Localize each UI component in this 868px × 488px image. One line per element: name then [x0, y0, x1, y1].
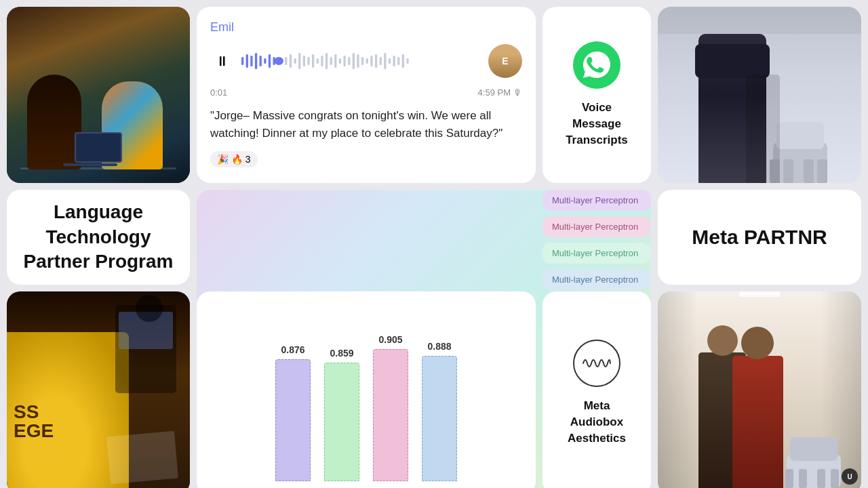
svg-rect-32 — [389, 58, 391, 64]
elapsed-time: 0:01 — [210, 87, 227, 98]
svg-rect-21 — [339, 58, 341, 64]
svg-rect-33 — [393, 56, 395, 66]
voice-message-card: Emil ⏸ — [197, 7, 536, 183]
svg-rect-31 — [384, 53, 386, 69]
photo-card-1 — [7, 7, 190, 183]
svg-rect-23 — [348, 57, 350, 65]
svg-rect-12 — [298, 53, 300, 69]
whatsapp-icon — [573, 41, 620, 89]
svg-rect-26 — [361, 57, 363, 65]
svg-rect-27 — [366, 58, 368, 64]
whatsapp-label: Voice Message Transcripts — [556, 100, 637, 148]
bar-value-3: 0.888 — [427, 341, 451, 352]
svg-rect-4 — [260, 56, 262, 66]
bar-value-1: 0.859 — [330, 348, 353, 359]
bar-1 — [324, 363, 359, 481]
svg-rect-14 — [307, 57, 309, 65]
svg-rect-0 — [241, 57, 243, 65]
mlp-chip-0: Multi-layer Perceptron — [542, 190, 651, 211]
svg-rect-17 — [321, 56, 323, 66]
partnr-card: Meta PARTNR — [658, 190, 861, 285]
partnr-title: Meta PARTNR — [692, 226, 827, 249]
svg-rect-19 — [330, 57, 332, 65]
svg-rect-3 — [255, 53, 257, 69]
voice-transcript: "Jorge– Massive congrats on tonight's wi… — [210, 107, 522, 142]
whatsapp-card: Voice Message Transcripts — [542, 7, 651, 183]
bar-3 — [422, 356, 457, 481]
svg-rect-1 — [246, 54, 248, 68]
svg-rect-28 — [370, 56, 372, 66]
audiobox-label: Meta Audiobox Aesthetics — [556, 398, 637, 446]
photo-card-3: SS EGE — [7, 291, 190, 488]
svg-rect-25 — [357, 54, 359, 68]
svg-rect-34 — [397, 57, 399, 65]
svg-rect-10 — [290, 54, 292, 68]
svg-rect-16 — [317, 58, 319, 64]
svg-rect-35 — [402, 54, 404, 68]
svg-rect-36 — [406, 58, 408, 64]
audiobox-card: Meta Audiobox Aesthetics — [542, 291, 651, 488]
pause-button[interactable]: ⏸ — [210, 49, 235, 73]
svg-rect-13 — [303, 56, 305, 66]
svg-rect-22 — [343, 56, 345, 66]
bar-group-3: 0.888 — [422, 341, 457, 481]
svg-rect-20 — [334, 54, 336, 68]
photo-card-4: U — [658, 291, 861, 488]
lang-tech-title: Language Technology Partner Program — [20, 200, 176, 274]
waveform — [241, 49, 481, 73]
bar-value-0: 0.876 — [281, 344, 304, 355]
bar-chart-card: 0.876 0.859 0.905 0.888 — [197, 291, 536, 488]
voice-sender: Emil — [210, 20, 234, 35]
svg-point-8 — [275, 57, 283, 65]
bar-group-2: 0.905 — [373, 334, 408, 481]
svg-rect-11 — [294, 58, 296, 64]
photo-card-2 — [658, 7, 861, 183]
mlp-chip-1: Multi-layer Perceptron — [542, 216, 651, 237]
svg-rect-15 — [312, 54, 314, 68]
mic-icon: 🎙 — [513, 87, 522, 98]
bar-0 — [275, 359, 311, 481]
lang-tech-card: Language Technology Partner Program — [7, 190, 190, 285]
svg-rect-29 — [375, 54, 377, 68]
mlp-chips-container: Multi-layer Perceptron Multi-layer Perce… — [542, 190, 651, 285]
svg-rect-6 — [269, 54, 271, 68]
reaction-badge: 🎉 🔥 3 — [210, 151, 258, 167]
voice-reactions: 🎉 🔥 3 — [210, 151, 522, 167]
svg-rect-18 — [326, 53, 328, 69]
svg-rect-30 — [380, 57, 382, 65]
mlp-chip-3: Multi-layer Perceptron — [542, 269, 651, 290]
mlp-chip-2: Multi-layer Perceptron — [542, 243, 651, 264]
svg-rect-5 — [264, 58, 266, 64]
bar-value-2: 0.905 — [378, 334, 402, 345]
svg-rect-2 — [250, 56, 252, 66]
message-time: 4:59 PM 🎙 — [478, 87, 522, 98]
svg-rect-9 — [285, 57, 287, 65]
sender-avatar: E — [488, 44, 522, 78]
bar-2 — [373, 349, 408, 481]
waveform-row: ⏸ — [210, 44, 522, 78]
time-row: 0:01 4:59 PM 🎙 — [210, 87, 522, 98]
audiobox-icon — [573, 340, 620, 387]
svg-rect-24 — [353, 53, 355, 69]
bar-group-1: 0.859 — [324, 348, 359, 481]
bar-group-0: 0.876 — [275, 344, 311, 481]
